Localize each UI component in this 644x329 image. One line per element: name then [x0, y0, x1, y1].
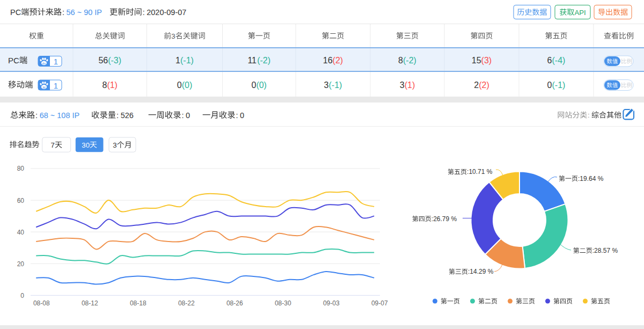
- svg-text:08-12: 08-12: [82, 299, 98, 307]
- svg-text::: :: [588, 111, 590, 119]
- svg-text:%: %: [488, 268, 494, 275]
- svg-text:(-2): (-2): [257, 56, 270, 65]
- svg-text:1: 1: [175, 56, 180, 65]
- svg-text:3: 3: [400, 81, 405, 90]
- svg-text:IP: IP: [72, 111, 80, 120]
- svg-text:(-3): (-3): [108, 56, 121, 65]
- svg-text:0: 0: [240, 111, 244, 120]
- svg-text:08-18: 08-18: [130, 299, 147, 307]
- svg-text:8: 8: [398, 56, 403, 65]
- svg-text:08-08: 08-08: [33, 299, 50, 307]
- svg-text:60: 60: [17, 197, 25, 204]
- svg-text:(-2): (-2): [403, 56, 416, 65]
- svg-text:80: 80: [17, 165, 25, 172]
- svg-text::: :: [116, 111, 119, 120]
- svg-text:56: 56: [98, 56, 108, 65]
- svg-text:3: 3: [324, 81, 329, 90]
- svg-text:(1): (1): [107, 81, 118, 90]
- svg-text:1: 1: [54, 81, 58, 90]
- svg-text:PC: PC: [10, 8, 21, 17]
- svg-text:2: 2: [474, 81, 479, 90]
- svg-text:0: 0: [252, 81, 257, 90]
- svg-text:(-4): (-4): [552, 56, 566, 65]
- svg-text:3: 3: [113, 141, 116, 149]
- svg-text:%: %: [451, 215, 457, 223]
- svg-text:8: 8: [103, 81, 107, 90]
- svg-text:0: 0: [547, 81, 552, 90]
- svg-text::: :: [182, 111, 184, 120]
- svg-text::10.71: :10.71: [467, 168, 485, 176]
- svg-text:08-22: 08-22: [178, 299, 195, 307]
- svg-text:~: ~: [50, 111, 55, 120]
- svg-text:IP: IP: [94, 8, 102, 17]
- svg-text:1: 1: [54, 57, 58, 66]
- svg-text:09-07: 09-07: [371, 299, 388, 307]
- svg-text::: :: [236, 111, 238, 120]
- svg-text:09-03: 09-03: [323, 299, 340, 307]
- svg-text:M: M: [42, 85, 45, 89]
- svg-text:(2): (2): [333, 56, 343, 65]
- svg-text:16: 16: [323, 56, 333, 65]
- svg-text::19.64: :19.64: [578, 175, 596, 182]
- svg-text:68: 68: [40, 111, 48, 120]
- svg-text:90: 90: [84, 8, 92, 17]
- svg-text::: :: [143, 8, 145, 17]
- svg-text:7: 7: [51, 141, 55, 149]
- svg-text:%: %: [598, 175, 604, 182]
- svg-text:526: 526: [121, 111, 134, 120]
- svg-text:40: 40: [17, 229, 25, 236]
- svg-text:(0): (0): [182, 81, 193, 90]
- svg-text:08-26: 08-26: [226, 299, 243, 307]
- svg-text::26.79: :26.79: [431, 215, 450, 223]
- svg-text:20: 20: [17, 260, 25, 268]
- svg-text:(0): (0): [256, 81, 267, 90]
- svg-text:(-1): (-1): [329, 81, 342, 90]
- svg-text:API: API: [574, 9, 586, 17]
- svg-text:(-1): (-1): [552, 81, 566, 90]
- svg-text:0: 0: [20, 292, 24, 299]
- svg-text:(1): (1): [405, 81, 415, 90]
- svg-text:56: 56: [67, 8, 75, 17]
- svg-text::: :: [62, 8, 64, 17]
- svg-text:3: 3: [171, 32, 175, 40]
- svg-text::14.29: :14.29: [468, 268, 486, 275]
- svg-text:du: du: [42, 61, 46, 65]
- svg-text:~: ~: [77, 8, 82, 17]
- svg-text:108: 108: [57, 111, 70, 120]
- svg-text:30: 30: [82, 141, 90, 149]
- svg-text:0: 0: [177, 81, 182, 90]
- svg-text:%: %: [612, 247, 618, 254]
- svg-text:PC: PC: [8, 56, 19, 65]
- svg-text::: :: [35, 111, 38, 120]
- svg-text:15: 15: [472, 56, 481, 65]
- svg-text:6: 6: [547, 56, 552, 65]
- svg-text:0: 0: [186, 111, 190, 120]
- svg-text:%: %: [487, 168, 493, 176]
- svg-text:(-1): (-1): [180, 56, 194, 65]
- svg-text:(2): (2): [479, 81, 489, 90]
- svg-text:08-30: 08-30: [275, 299, 291, 307]
- svg-text:11: 11: [247, 56, 257, 65]
- svg-text:2020-09-07: 2020-09-07: [147, 8, 186, 17]
- svg-text::28.57: :28.57: [592, 247, 611, 254]
- svg-text:(3): (3): [481, 56, 492, 65]
